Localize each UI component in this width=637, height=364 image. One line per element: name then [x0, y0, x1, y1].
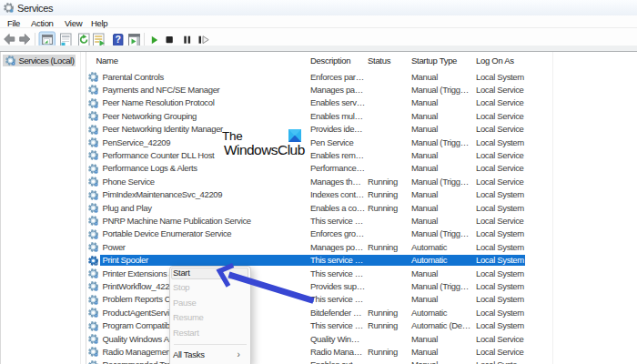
svg-text:?: ? [115, 34, 120, 45]
